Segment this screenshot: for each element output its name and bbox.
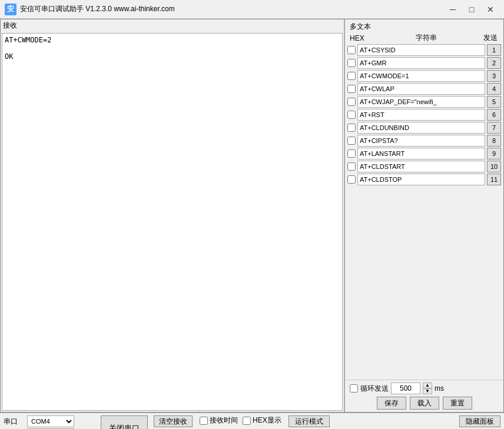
run-mode-button[interactable]: 运行模式 <box>289 415 330 427</box>
serial-port-row: 串口 COM4 <box>4 415 95 427</box>
multitext-row: 9 <box>347 148 501 159</box>
receive-label: 接收 <box>1 19 344 32</box>
reset-button[interactable]: 重置 <box>443 397 472 410</box>
spin-down-button[interactable]: ▼ <box>423 388 432 394</box>
multitext-send-btn-2[interactable]: 2 <box>487 57 501 69</box>
multitext-checkbox-2[interactable] <box>347 59 356 67</box>
multitext-title: 多文本 <box>350 22 371 32</box>
loop-send-label: 循环发送 <box>360 384 389 394</box>
multitext-row: 8 <box>347 135 501 147</box>
app-title: 安信可串口调试助手 V1.2.3.0 www.ai-thinker.com <box>20 4 444 14</box>
multitext-send-btn-3[interactable]: 3 <box>487 70 501 82</box>
multitext-checkbox-5[interactable] <box>347 98 356 106</box>
loop-send-checkbox[interactable] <box>350 384 358 393</box>
app-icon: 安 <box>5 4 16 15</box>
right-panel: 多文本 HEX 字符串 发送 1234567891011 循环发送 ▲ ▼ ms <box>344 19 503 412</box>
multitext-row: 10 <box>347 161 501 172</box>
maximize-button[interactable]: □ <box>463 4 480 15</box>
multitext-input-4[interactable] <box>357 83 485 95</box>
multitext-checkbox-6[interactable] <box>347 111 356 119</box>
close-button[interactable]: ✕ <box>482 4 499 15</box>
col-str-label: 字符串 <box>370 33 482 43</box>
multitext-send-btn-5[interactable]: 5 <box>487 96 501 108</box>
recv-time-row: 接收时间 <box>200 415 238 425</box>
multitext-send-btn-9[interactable]: 9 <box>487 148 501 159</box>
controls-main-row: 串口 COM4 波特率 115200 数据位 8 校验位 No <box>4 415 500 429</box>
loop-interval-input[interactable] <box>391 383 420 394</box>
multitext-checkbox-3[interactable] <box>347 72 356 80</box>
multitext-row: 5 <box>347 96 501 108</box>
receive-textarea[interactable]: AT+CWMODE=2 OK <box>2 33 343 411</box>
right-buttons-section: 隐藏面板 显示历史 <box>459 415 500 429</box>
port-select[interactable]: COM4 <box>27 415 74 427</box>
multitext-input-1[interactable] <box>357 44 485 56</box>
multitext-columns: HEX 字符串 发送 <box>345 33 503 44</box>
multitext-checkbox-4[interactable] <box>347 85 356 93</box>
titlebar: 安 安信可串口调试助手 V1.2.3.0 www.ai-thinker.com … <box>0 0 504 19</box>
multitext-checkbox-11[interactable] <box>347 175 356 184</box>
multitext-row: 6 <box>347 109 501 121</box>
multitext-input-10[interactable] <box>357 161 485 172</box>
recv-time-label: 接收时间 <box>210 415 238 425</box>
multitext-input-2[interactable] <box>357 57 485 69</box>
multitext-checkbox-7[interactable] <box>347 124 356 132</box>
window-controls: ─ □ ✕ <box>444 4 499 15</box>
multitext-send-btn-8[interactable]: 8 <box>487 135 501 147</box>
main-container: 接收 AT+CWMODE=2 OK 多文本 HEX 字符串 发送 1234567… <box>0 19 504 413</box>
save-button[interactable]: 保存 <box>377 397 406 410</box>
multitext-header: 多文本 <box>345 19 503 33</box>
multitext-input-6[interactable] <box>357 109 485 121</box>
multitext-send-btn-6[interactable]: 6 <box>487 109 501 121</box>
checkbox-section: 接收时间 自动换行 <box>200 415 238 429</box>
footer-buttons: 保存 载入 重置 <box>350 397 499 410</box>
hex-display-row: HEX显示 <box>243 415 281 425</box>
hex-display-label: HEX显示 <box>253 415 281 425</box>
hex-display-checkbox[interactable] <box>243 417 251 425</box>
multitext-list: 1234567891011 <box>345 44 503 380</box>
multitext-input-7[interactable] <box>357 122 485 134</box>
multitext-input-9[interactable] <box>357 148 485 159</box>
ms-label: ms <box>435 384 444 393</box>
loop-send-row: 循环发送 ▲ ▼ ms <box>350 383 499 394</box>
multitext-row: 3 <box>347 70 501 82</box>
multitext-checkbox-9[interactable] <box>347 149 356 158</box>
close-port-section: 关闭串口 <box>101 415 148 429</box>
mode-buttons-section: 运行模式 下载模式 <box>289 415 330 429</box>
clear-receive-button[interactable]: 清空接收 <box>154 415 193 427</box>
port-label: 串口 <box>4 417 25 427</box>
multitext-send-btn-1[interactable]: 1 <box>487 44 501 56</box>
multitext-checkbox-8[interactable] <box>347 137 356 145</box>
multitext-input-3[interactable] <box>357 70 485 82</box>
col-hex-label: HEX <box>350 34 360 42</box>
load-button[interactable]: 载入 <box>410 397 439 410</box>
hex-section: HEX显示 <box>243 415 281 425</box>
multitext-footer: 循环发送 ▲ ▼ ms 保存 载入 重置 <box>345 380 503 412</box>
spin-buttons: ▲ ▼ <box>423 383 432 394</box>
multitext-send-btn-7[interactable]: 7 <box>487 122 501 134</box>
multitext-row: 1 <box>347 44 501 56</box>
multitext-row: 11 <box>347 174 501 185</box>
multitext-row: 7 <box>347 122 501 134</box>
multitext-send-btn-10[interactable]: 10 <box>487 161 501 172</box>
controls-wrapper: 串口 COM4 波特率 115200 数据位 8 校验位 No <box>0 413 504 429</box>
multitext-row: 4 <box>347 83 501 95</box>
multitext-send-btn-4[interactable]: 4 <box>487 83 501 95</box>
close-port-button[interactable]: 关闭串口 <box>101 415 148 429</box>
left-panel: 接收 AT+CWMODE=2 OK <box>1 19 344 412</box>
multitext-checkbox-1[interactable] <box>347 46 356 54</box>
spin-up-button[interactable]: ▲ <box>423 383 432 388</box>
action-buttons-section: 清空接收 保存接收 <box>154 415 193 429</box>
serial-settings: 串口 COM4 波特率 115200 数据位 8 校验位 No <box>4 415 95 429</box>
multitext-input-5[interactable] <box>357 96 485 108</box>
multitext-input-11[interactable] <box>357 174 485 185</box>
recv-time-checkbox[interactable] <box>200 417 208 425</box>
multitext-input-8[interactable] <box>357 135 485 147</box>
hide-panel-button[interactable]: 隐藏面板 <box>459 415 500 427</box>
col-send-label: 发送 <box>482 33 499 43</box>
multitext-checkbox-10[interactable] <box>347 162 356 171</box>
multitext-row: 2 <box>347 57 501 69</box>
minimize-button[interactable]: ─ <box>444 4 462 15</box>
multitext-send-btn-11[interactable]: 11 <box>487 174 501 185</box>
